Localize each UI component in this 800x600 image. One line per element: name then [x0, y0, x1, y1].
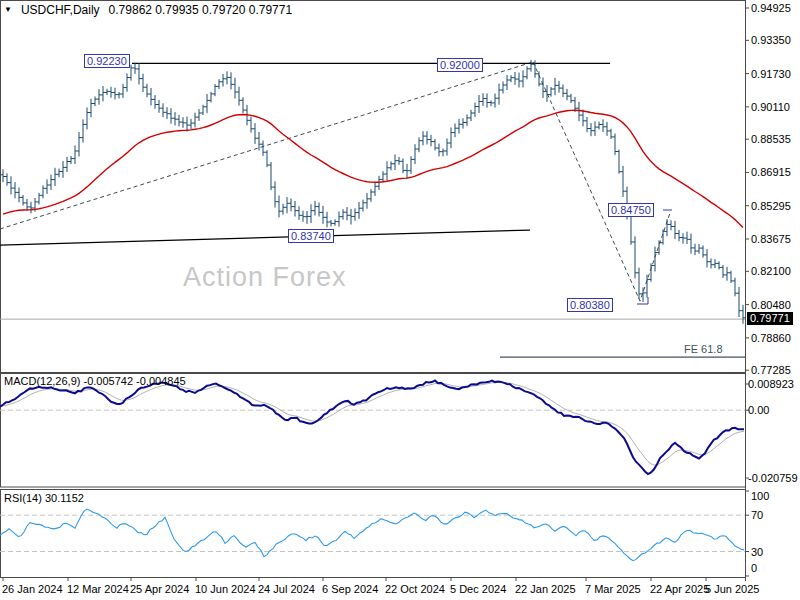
chart-window[interactable]: 0.949250.933500.917300.901100.885350.869…: [0, 0, 800, 600]
price-axis-label: 0.90110: [751, 101, 790, 113]
x-axis-label: 5 Dec 2024: [450, 583, 506, 595]
x-axis-label: 10 Jun 2024: [195, 583, 256, 595]
rsi-panel-border: [1, 490, 746, 578]
x-axis-label: 22 Oct 2024: [385, 583, 445, 595]
x-axis-label: 24 Jul 2024: [258, 583, 315, 595]
price-axis-label: 0.93350: [751, 34, 791, 46]
x-axis-label: 7 Mar 2025: [585, 583, 641, 595]
x-axis-label: 22 Jan 2025: [515, 583, 576, 595]
rsi-axis-label: 70: [751, 509, 763, 521]
rsi-axis-label: 0: [751, 562, 757, 574]
price-tag-swing-high[interactable]: 0.84750: [608, 203, 654, 217]
price-axis-label: 0.88535: [751, 133, 791, 145]
price-bars-series: [1, 60, 745, 324]
macd-axis-label: -0.020759: [748, 472, 798, 484]
price-axis-label: 0.94925: [751, 2, 791, 14]
price-axis-label: 0.78860: [751, 332, 791, 344]
rsi-line: [0, 509, 744, 561]
chart-header: ▼ USDCHF,Daily 0.79862 0.79935 0.79720 0…: [4, 3, 292, 17]
current-price-tag: 0.79771: [747, 312, 793, 325]
fib-extension-label[interactable]: FE 61.8: [684, 343, 723, 355]
price-tag-resistance[interactable]: 0.92000: [437, 58, 483, 72]
x-axis-label: 12 Mar 2024: [67, 583, 129, 595]
macd-indicator-label: MACD(12,26,9) -0.005742 -0.004845: [4, 375, 186, 387]
price-axis-label: 0.85295: [751, 200, 791, 212]
watermark: Action Forex: [183, 262, 347, 293]
support-line[interactable]: [0, 230, 530, 245]
price-axis-label: 0.83675: [751, 233, 791, 245]
macd-panel-border: [1, 374, 746, 488]
price-axis-label: 0.91730: [751, 68, 791, 80]
chart-canvas[interactable]: 0.949250.933500.917300.901100.885350.869…: [0, 0, 800, 600]
x-axis-label: 25 Apr 2024: [130, 583, 189, 595]
trendline[interactable]: [533, 62, 670, 301]
x-axis-label: 22 Apr 2025: [650, 583, 709, 595]
x-axis-label: 5 Jun 2025: [705, 583, 759, 595]
price-tag-swing-low[interactable]: 0.80380: [567, 298, 613, 312]
price-tag-resistance-high[interactable]: 0.92230: [84, 54, 130, 68]
price-axis-label: 0.86915: [751, 166, 791, 178]
x-axis-label: 6 Sep 2024: [322, 583, 378, 595]
symbol-marker-icon: ▼: [4, 4, 12, 16]
trendline[interactable]: [0, 62, 533, 229]
macd-axis-label: 0.00: [748, 404, 769, 416]
macd-line: [0, 380, 744, 474]
rsi-axis-label: 30: [751, 546, 763, 558]
price-tag-support[interactable]: 0.83740: [288, 229, 334, 243]
ohlc-quote: 0.79862 0.79935 0.79720 0.79771: [109, 3, 293, 17]
rsi-axis-label: 100: [751, 490, 769, 502]
price-axis-label: 0.82100: [751, 265, 791, 277]
x-axis-label: 26 Jan 2024: [2, 583, 63, 595]
price-axis-label: 0.77285: [751, 364, 791, 376]
symbol-title: USDCHF,Daily: [21, 3, 100, 17]
macd-axis-label: 0.008923: [748, 378, 794, 390]
price-axis-label: 0.80480: [751, 299, 791, 311]
rsi-indicator-label: RSI(14) 30.1152: [4, 492, 84, 504]
